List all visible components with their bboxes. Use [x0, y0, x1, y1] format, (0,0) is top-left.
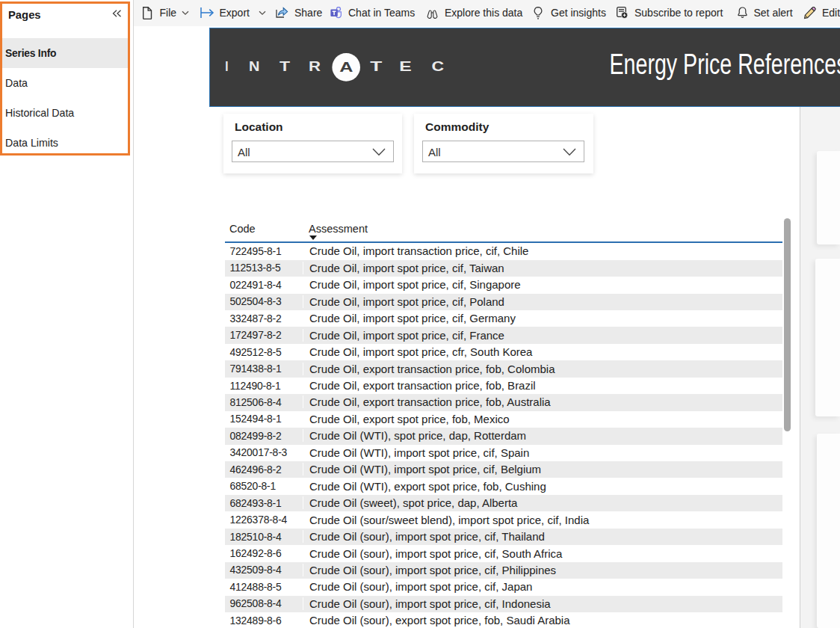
svg-text:Energy Price References: Energy Price References — [609, 48, 840, 80]
svg-text:C: C — [431, 58, 444, 74]
svg-text:N: N — [248, 58, 259, 74]
svg-text:T: T — [280, 58, 290, 74]
svg-text:I: I — [225, 58, 228, 74]
svg-text:T: T — [370, 58, 383, 74]
svg-text:R: R — [309, 58, 321, 74]
svg-text:A: A — [339, 59, 353, 75]
svg-text:E: E — [399, 58, 412, 74]
